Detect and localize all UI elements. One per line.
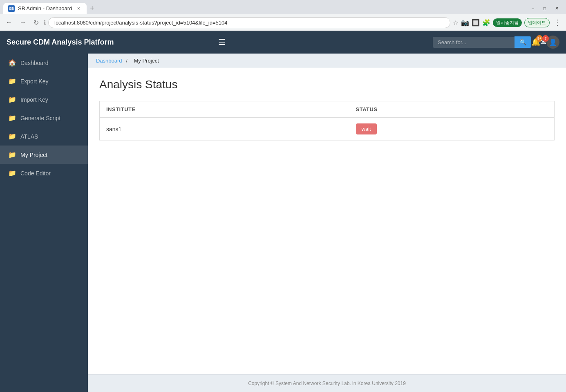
export-key-icon: 📁: [8, 77, 16, 85]
mail-container: ✉ 7: [540, 38, 546, 47]
generate-script-icon: 📁: [8, 114, 16, 122]
sidebar-item-export-key[interactable]: 📁 Export Key: [0, 72, 88, 90]
sidebar-item-import-key[interactable]: 📁 Import Key: [0, 90, 88, 109]
topbar: Secure CDM Analysis Platform ☰ 🔍 🔔 9+ ✉ …: [0, 31, 566, 54]
hamburger-button[interactable]: ☰: [218, 37, 226, 47]
brand-name: Secure CDM Analysis Platform: [7, 38, 214, 47]
breadcrumb-current: My Project: [134, 58, 159, 64]
screenshot-icon[interactable]: 📷: [461, 19, 469, 27]
status-cell: wait: [349, 118, 555, 141]
sidebar-label-export-key: Export Key: [20, 78, 48, 85]
sidebar-label-code-editor: Code Editor: [20, 170, 51, 177]
search-input[interactable]: [433, 37, 515, 48]
tab-title: SB Admin - Dashboard: [18, 5, 72, 11]
sidebar-label-generate-script: Generate Script: [20, 115, 60, 121]
more-options-button[interactable]: ⋮: [552, 16, 563, 29]
browser-tab[interactable]: SB SB Admin - Dashboard ×: [3, 3, 87, 14]
main-content: Dashboard / My Project Analysis Status I…: [88, 54, 566, 392]
status-badge[interactable]: wait: [356, 123, 377, 134]
sidebar-item-dashboard[interactable]: 🏠 Dashboard: [0, 54, 88, 72]
search-bar: 🔍: [433, 36, 531, 48]
sidebar-item-generate-script[interactable]: 📁 Generate Script: [0, 109, 88, 127]
extension-icon[interactable]: 🔲: [472, 19, 480, 27]
sidebar-item-atlas[interactable]: 📁 ATLAS: [0, 127, 88, 146]
footer-text: Copyright © System And Network Security …: [248, 381, 406, 386]
info-icon: ℹ: [44, 19, 46, 26]
breadcrumb-home[interactable]: Dashboard: [96, 58, 122, 64]
tab-favicon: SB: [8, 5, 15, 12]
sidebar: 🏠 Dashboard 📁 Export Key 📁 Import Key 📁 …: [0, 54, 88, 392]
footer: Copyright © System And Network Security …: [88, 374, 566, 392]
new-tab-button[interactable]: +: [87, 2, 98, 14]
close-tab-button[interactable]: ×: [75, 5, 82, 12]
sidebar-label-my-project: My Project: [20, 152, 47, 158]
window-close-button[interactable]: ✕: [551, 4, 563, 13]
mail-badge: 7: [542, 35, 549, 42]
pause-extension-button[interactable]: 일시중지됨: [493, 18, 522, 27]
atlas-icon: 📁: [8, 132, 16, 140]
search-button[interactable]: 🔍: [515, 36, 531, 48]
avatar-icon: 👤: [549, 38, 557, 46]
import-key-icon: 📁: [8, 96, 16, 103]
bookmark-icon[interactable]: ☆: [453, 19, 459, 27]
address-bar[interactable]: [48, 17, 450, 28]
puzzle-icon[interactable]: 🧩: [482, 19, 490, 27]
code-editor-icon: 📁: [8, 169, 16, 177]
content-area: Analysis Status INSTITUTE STATUS sans1wa…: [88, 68, 566, 374]
forward-button[interactable]: →: [17, 17, 29, 28]
sidebar-label-dashboard: Dashboard: [20, 60, 49, 66]
sidebar-label-import-key: Import Key: [20, 96, 48, 103]
analysis-table: INSTITUTE STATUS sans1wait: [99, 101, 555, 141]
col-institute: INSTITUTE: [100, 101, 349, 118]
dashboard-icon: 🏠: [8, 59, 16, 67]
table-row: sans1wait: [100, 118, 555, 141]
update-extension-button[interactable]: 업데이트: [524, 18, 550, 27]
col-status: STATUS: [349, 101, 555, 118]
my-project-icon: 📁: [8, 151, 16, 159]
sidebar-label-atlas: ATLAS: [20, 133, 38, 140]
minimize-button[interactable]: −: [528, 4, 538, 13]
refresh-button[interactable]: ↻: [31, 17, 41, 28]
maximize-button[interactable]: □: [539, 4, 550, 13]
breadcrumb-separator: /: [126, 58, 128, 64]
notification-container: 🔔 9+: [531, 38, 540, 47]
institute-cell: sans1: [100, 118, 349, 141]
sidebar-item-my-project[interactable]: 📁 My Project: [0, 146, 88, 164]
page-title: Analysis Status: [99, 78, 555, 91]
sidebar-item-code-editor[interactable]: 📁 Code Editor: [0, 164, 88, 182]
back-button[interactable]: ←: [3, 17, 15, 28]
breadcrumb: Dashboard / My Project: [88, 54, 566, 68]
